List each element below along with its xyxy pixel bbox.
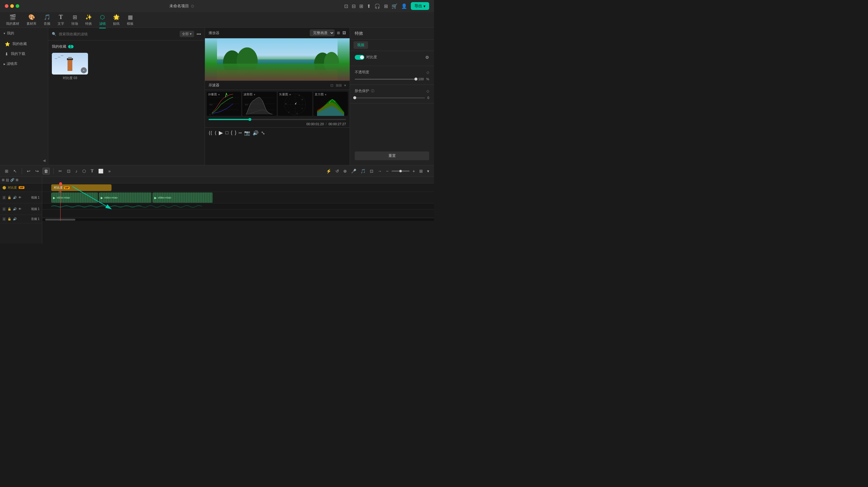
video2-audio-button[interactable]: 🔊 <box>13 207 17 210</box>
layout-split-icon[interactable]: ⊞ <box>337 31 340 35</box>
loop-button[interactable]: ↺ <box>334 168 340 174</box>
sidebar-item-my-collection[interactable]: ⭐ 我的收藏 <box>0 39 48 49</box>
prev-frame-button[interactable]: ⟨ <box>215 130 216 136</box>
filter-add-overlay[interactable]: + <box>81 67 87 73</box>
video-clip-3[interactable]: ▶ video-miao <box>153 193 213 203</box>
grid-icon[interactable]: ⊞ <box>384 3 388 9</box>
play-button[interactable]: ▶ <box>219 130 223 136</box>
add-video-button[interactable]: ⊞ <box>2 178 4 182</box>
filter-all-button[interactable]: 全部 ▾ <box>180 31 194 37</box>
zoom-in-button[interactable]: + <box>411 168 416 174</box>
aspect-button[interactable]: ⬜ <box>97 168 104 174</box>
sidebar-header[interactable]: ▾ 我的 <box>0 28 48 39</box>
cut-tool-button[interactable]: ✂ <box>57 168 63 174</box>
sidebar-item-my-downloads[interactable]: ⬇ 我的下载 <box>0 49 48 59</box>
text-tool-button[interactable]: T <box>90 168 95 174</box>
arrow-button[interactable]: → <box>376 168 383 174</box>
music-button[interactable]: 🎵 <box>359 168 367 174</box>
crop-button[interactable]: ⤡ <box>261 130 265 136</box>
osc-panel2-dropdown-icon[interactable]: ▾ <box>254 93 255 96</box>
toolbar-item-my-media[interactable]: 🎬 我的素材 <box>6 14 19 26</box>
stop-button[interactable]: □ <box>225 130 228 136</box>
toolbar-item-text[interactable]: T 文字 <box>58 13 64 26</box>
zoom-out-button[interactable]: − <box>385 168 390 174</box>
pointer-tool-button[interactable]: ↖ <box>12 168 18 174</box>
speed-button[interactable]: ⚡ <box>325 168 333 174</box>
split-view-button[interactable]: ⊞ <box>4 168 10 174</box>
playback-progress-bar[interactable] <box>209 119 346 120</box>
go-start-button[interactable]: ⟨⟨ <box>209 130 212 136</box>
bracket-close-button[interactable]: } <box>235 130 236 136</box>
music-cut-button[interactable]: ♪ <box>74 168 79 174</box>
snapshot-button[interactable]: 📷 <box>244 130 250 136</box>
close-button[interactable] <box>5 4 8 8</box>
screen-icon[interactable]: ⊡ <box>344 3 348 9</box>
compound-button[interactable]: ⊞ <box>16 178 19 182</box>
toolbar-item-template[interactable]: ▦ 模板 <box>127 14 133 26</box>
skin-keyframe-icon[interactable]: ◇ <box>427 89 429 93</box>
osc-expand-icon[interactable]: ⊡ <box>330 83 333 87</box>
horizontal-scrollbar[interactable] <box>42 219 434 221</box>
attach-button[interactable]: ⛓ <box>6 178 9 182</box>
maximize-button[interactable] <box>16 4 19 8</box>
magic-button[interactable]: ⬡ <box>81 168 87 174</box>
tracks-scroll-area[interactable]: 00:00 00:00:04:25 00:00:09:20 00:00:14:1… <box>42 177 434 244</box>
minimize-button[interactable] <box>10 4 14 8</box>
osc-panel3-dropdown-icon[interactable]: ▾ <box>289 93 291 96</box>
upload-icon[interactable]: ⬆ <box>367 3 371 9</box>
quality-select[interactable]: 完整画质 高画质 标准画质 <box>310 30 335 36</box>
search-input[interactable] <box>59 32 177 36</box>
headphone-icon[interactable]: 🎧 <box>374 3 380 9</box>
sidebar-collapse-button[interactable]: ◀ <box>0 156 48 165</box>
grid-view-button[interactable]: ⊞ <box>418 168 424 174</box>
osc-panel1-dropdown-icon[interactable]: ▾ <box>218 93 220 96</box>
mic-button[interactable]: 🎤 <box>350 168 358 174</box>
video-eye-button[interactable]: 👁 <box>19 196 22 199</box>
more-button[interactable]: ••• <box>196 32 201 36</box>
video-audio-button[interactable]: 🔊 <box>13 196 17 199</box>
audio-lock-button[interactable]: 🔓 <box>7 217 11 221</box>
skin-slider[interactable] <box>355 97 425 98</box>
toolbar-item-sticker[interactable]: 🌟 贴纸 <box>113 14 120 26</box>
video-clip-2[interactable]: ▶ video-miao <box>99 193 152 203</box>
screen-button[interactable]: ⊡ <box>369 168 375 174</box>
delete-button[interactable]: 🗑 <box>42 168 50 174</box>
monitor-icon[interactable]: ⊟ <box>352 3 355 9</box>
toolbar-item-filter[interactable]: ⬡ 滤镜 <box>99 14 106 26</box>
opacity-keyframe-icon[interactable]: ◇ <box>427 70 429 75</box>
link-button[interactable]: 🔗 <box>10 178 14 182</box>
layout-icon[interactable]: ⊞ <box>359 3 363 9</box>
audio-vol-button[interactable]: 🔊 <box>13 217 17 221</box>
contrast-settings-icon[interactable]: ⚙ <box>425 55 429 60</box>
zoom-slider[interactable] <box>392 170 410 172</box>
export-button[interactable]: 导出 ▾ <box>411 2 429 10</box>
settings-toggle-button[interactable]: ▾ <box>426 168 430 174</box>
osc-panel4-dropdown-icon[interactable]: ▾ <box>325 93 327 96</box>
user-icon[interactable]: 👤 <box>401 3 407 9</box>
preview-expand-icon[interactable]: 🖼 <box>342 31 346 35</box>
redo-button[interactable]: ↪ <box>34 168 40 174</box>
more-tools-button[interactable]: » <box>107 168 112 174</box>
osc-layout-icon[interactable]: ⊞⊞ <box>336 83 342 87</box>
mark-button[interactable]: ↦ <box>239 131 242 135</box>
osc-chevron-icon[interactable]: ▾ <box>344 83 346 87</box>
opacity-slider[interactable] <box>355 79 416 80</box>
video2-lock-button[interactable]: 🔓 <box>7 207 11 210</box>
skin-info-icon[interactable]: ⓘ <box>371 89 374 93</box>
sidebar-item-filter-library[interactable]: ▸ 滤镜库 <box>0 59 48 69</box>
toolbar-item-material-lib[interactable]: 🎨 素材库 <box>27 14 36 26</box>
reset-button[interactable]: 重置 <box>355 151 429 160</box>
tab-video[interactable]: 视频 <box>353 41 368 49</box>
contrast-toggle[interactable] <box>355 55 364 60</box>
bracket-open-button[interactable]: { <box>231 130 232 136</box>
toolbar-item-effects[interactable]: ✨ 特效 <box>85 14 92 26</box>
toolbar-item-transition[interactable]: ⊞ 转场 <box>71 14 78 26</box>
filter-item-contrast03[interactable]: VIP <box>52 53 88 80</box>
crop-tool-button[interactable]: ⊡ <box>66 168 72 174</box>
audio-button[interactable]: 🔊 <box>253 130 258 136</box>
video-lock-button[interactable]: 🔓 <box>7 196 11 199</box>
shield-button[interactable]: ⊕ <box>342 168 348 174</box>
video2-eye-button[interactable]: 👁 <box>19 207 22 210</box>
cart-icon[interactable]: 🛒 <box>392 3 398 9</box>
toolbar-item-audio[interactable]: 🎵 音频 <box>44 14 50 26</box>
